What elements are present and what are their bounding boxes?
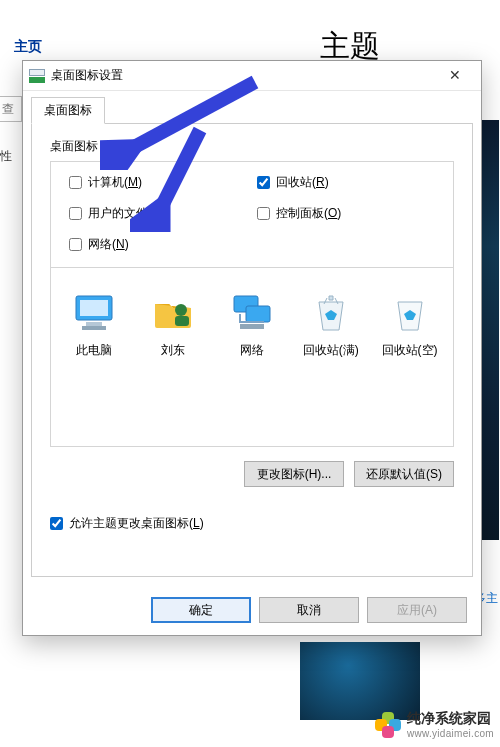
this-pc-icon <box>72 292 116 332</box>
svg-rect-7 <box>175 316 189 326</box>
icon-visibility-group: 计算机(M) 回收站(R) 用户的文件(U) 控制面板(O) 网络(N) <box>50 161 454 268</box>
checkbox-computer[interactable]: 计算机(M) <box>69 174 247 191</box>
apply-button[interactable]: 应用(A) <box>367 597 467 623</box>
svg-rect-4 <box>86 322 102 326</box>
watermark-logo-icon <box>375 712 401 738</box>
icon-recycle-empty[interactable]: 回收站(空) <box>375 292 445 359</box>
dialog-title: 桌面图标设置 <box>51 67 435 84</box>
dialog-actions: 确定 取消 应用(A) <box>23 585 481 635</box>
cancel-button[interactable]: 取消 <box>259 597 359 623</box>
watermark: 纯净系统家园 www.yidaimei.com <box>375 710 494 739</box>
restore-defaults-button[interactable]: 还原默认值(S) <box>354 461 454 487</box>
checkbox-recycle-bin-input[interactable] <box>257 176 270 189</box>
icon-this-pc[interactable]: 此电脑 <box>59 292 129 359</box>
bg-theme-thumbnail[interactable] <box>300 642 420 720</box>
bg-home-link[interactable]: 主页 <box>14 38 42 56</box>
icon-preview-well[interactable]: 此电脑 刘东 网络 <box>50 267 454 447</box>
tab-desktop-icons[interactable]: 桌面图标 <box>31 97 105 124</box>
bg-side-label: 性 <box>0 148 18 165</box>
group-label: 桌面图标 <box>50 138 454 155</box>
user-folder-icon <box>151 292 195 332</box>
tab-panel: 桌面图标 计算机(M) 回收站(R) 用户的文件(U) 控制面板(O) <box>31 123 473 577</box>
svg-rect-5 <box>82 326 106 330</box>
checkbox-recycle-bin[interactable]: 回收站(R) <box>257 174 435 191</box>
svg-rect-3 <box>80 300 108 316</box>
svg-rect-9 <box>246 306 270 322</box>
icon-network[interactable]: 网络 <box>217 292 287 359</box>
checkbox-user-files-input[interactable] <box>69 207 82 220</box>
icon-recycle-full[interactable]: 回收站(满) <box>296 292 366 359</box>
recycle-empty-icon <box>388 292 432 332</box>
close-button[interactable]: ✕ <box>435 62 475 90</box>
checkbox-control-panel[interactable]: 控制面板(O) <box>257 205 435 222</box>
dialog-titlebar: 桌面图标设置 ✕ <box>23 61 481 91</box>
search-input[interactable]: 查 <box>0 96 22 122</box>
tabstrip: 桌面图标 <box>23 91 481 124</box>
bg-preview-strip <box>481 120 499 540</box>
change-icon-button[interactable]: 更改图标(H)... <box>244 461 344 487</box>
dialog-icon <box>29 69 45 83</box>
checkbox-network-input[interactable] <box>69 238 82 251</box>
checkbox-computer-input[interactable] <box>69 176 82 189</box>
checkbox-control-panel-input[interactable] <box>257 207 270 220</box>
icon-user-files[interactable]: 刘东 <box>138 292 208 359</box>
svg-rect-10 <box>240 324 264 329</box>
svg-point-6 <box>175 304 187 316</box>
ok-button[interactable]: 确定 <box>151 597 251 623</box>
checkbox-user-files[interactable]: 用户的文件(U) <box>69 205 247 222</box>
desktop-icon-settings-dialog: 桌面图标设置 ✕ 桌面图标 桌面图标 计算机(M) 回收站(R) 用户的文件(U… <box>22 60 482 636</box>
checkbox-network[interactable]: 网络(N) <box>69 236 247 253</box>
checkbox-allow-theme[interactable]: 允许主题更改桌面图标(L) <box>50 515 204 532</box>
checkbox-allow-theme-input[interactable] <box>50 517 63 530</box>
network-icon <box>230 292 274 332</box>
recycle-full-icon <box>309 292 353 332</box>
